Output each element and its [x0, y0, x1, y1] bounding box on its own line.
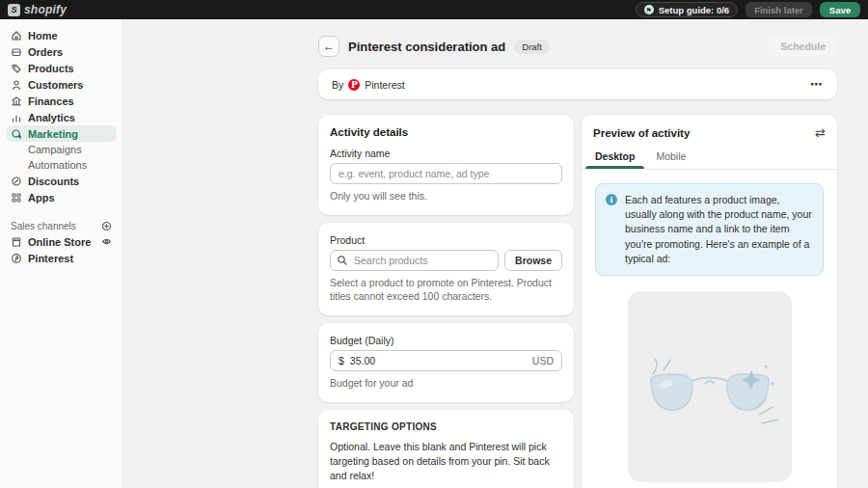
setup-guide-button[interactable]: ⚑ Setup guide: 0/6	[636, 2, 738, 17]
page-header: ← Pinterest consideration ad Draft Sched…	[318, 35, 837, 58]
currency-prefix: $	[339, 355, 344, 366]
byline-name: Pinterest	[365, 79, 404, 91]
shopify-bag-icon: S	[8, 4, 20, 16]
product-label: Product	[330, 234, 562, 246]
sunglasses-illustration	[628, 291, 792, 482]
products-icon	[11, 63, 22, 74]
product-card: Product Browse Select a product to promo…	[318, 223, 574, 315]
sidebar-item-products[interactable]: Products	[6, 60, 117, 76]
sidebar-item-customers[interactable]: Customers	[6, 76, 117, 93]
sidebar: Home Orders Products Customers Finances …	[0, 19, 123, 488]
tab-desktop[interactable]: Desktop	[593, 147, 637, 169]
activity-details-heading: Activity details	[330, 126, 562, 138]
sidebar-item-apps[interactable]: Apps	[6, 189, 117, 205]
finances-icon	[11, 95, 22, 107]
shopify-wordmark: shopify	[24, 3, 67, 16]
page-title: Pinterest consideration ad	[348, 40, 505, 54]
customers-icon	[11, 79, 22, 91]
view-store-eye-icon[interactable]	[101, 236, 112, 247]
activity-name-label: Activity name	[330, 148, 562, 159]
sidebar-item-analytics[interactable]: Analytics	[6, 109, 117, 125]
pinterest-logo-icon: P	[348, 79, 360, 91]
info-icon: i	[606, 194, 617, 205]
topbar: S shopify ⚑ Setup guide: 0/6 Finish late…	[0, 0, 868, 19]
sales-channels-header: Sales channels	[6, 219, 117, 233]
sidebar-item-home[interactable]: Home	[6, 27, 117, 43]
sidebar-item-automations[interactable]: Automations	[6, 157, 117, 173]
activity-name-input[interactable]	[330, 163, 562, 184]
search-icon	[337, 255, 348, 266]
schedule-button[interactable]: Schedule	[769, 36, 837, 57]
save-button[interactable]: Save	[820, 2, 860, 17]
budget-label: Budget (Daily)	[330, 335, 562, 346]
info-banner: i Each ad features a product image, usua…	[595, 183, 824, 276]
back-button[interactable]: ←	[318, 36, 339, 57]
home-icon	[11, 30, 22, 41]
byline-prefix: By	[332, 79, 343, 91]
preview-heading: Preview of activity	[593, 127, 690, 139]
browse-button[interactable]: Browse	[504, 250, 562, 271]
budget-card: Budget (Daily) $ USD Budget for your ad	[318, 323, 574, 402]
more-actions-icon[interactable]: ⋯	[810, 77, 824, 92]
activity-details-card: Activity details Activity name Only you …	[318, 115, 574, 215]
marketing-icon	[11, 128, 22, 140]
product-search-input[interactable]	[330, 250, 499, 271]
flag-icon: ⚑	[644, 5, 654, 14]
swap-preview-icon[interactable]: ⇄	[815, 126, 826, 139]
analytics-icon	[11, 112, 22, 123]
sidebar-item-campaigns[interactable]: Campaigns	[6, 142, 117, 157]
tab-mobile[interactable]: Mobile	[654, 147, 688, 169]
info-text: Each ad features a product image, usuall…	[625, 193, 813, 266]
apps-icon	[11, 192, 22, 203]
product-helper: Select a product to promote on Pinterest…	[330, 276, 562, 304]
currency-suffix: USD	[532, 355, 554, 366]
preview-card: Preview of activity ⇄ Desktop Mobile i E…	[582, 115, 837, 488]
discounts-icon	[11, 176, 22, 187]
finish-later-button[interactable]: Finish later	[746, 2, 812, 17]
sidebar-item-online-store[interactable]: Online Store	[6, 233, 117, 250]
targeting-heading: TARGETING OPTIONS	[330, 421, 562, 432]
setup-guide-label: Setup guide: 0/6	[659, 5, 729, 15]
shopify-logo[interactable]: S shopify	[8, 3, 67, 16]
back-arrow-icon: ←	[323, 40, 335, 53]
pinterest-channel-icon	[11, 253, 22, 264]
ad-product-image	[628, 291, 792, 482]
targeting-card: TARGETING OPTIONS Optional. Leave this b…	[318, 410, 574, 488]
main-area: ← Pinterest consideration ad Draft Sched…	[124, 19, 868, 488]
byline-card: By P Pinterest ⋯	[318, 69, 837, 99]
sidebar-item-pinterest[interactable]: Pinterest	[6, 250, 117, 266]
sidebar-item-finances[interactable]: Finances	[6, 93, 117, 109]
orders-icon	[11, 46, 22, 58]
sidebar-item-discounts[interactable]: Discounts	[6, 173, 117, 189]
budget-input-group: $ USD	[330, 350, 562, 371]
budget-helper: Budget for your ad	[330, 376, 562, 391]
sidebar-item-orders[interactable]: Orders	[6, 43, 117, 60]
sidebar-item-marketing[interactable]: Marketing	[6, 125, 117, 142]
targeting-description: Optional. Leave this blank and Pinterest…	[330, 440, 562, 484]
storefront-icon	[11, 236, 22, 248]
preview-tabs: Desktop Mobile	[582, 147, 837, 170]
budget-input[interactable]	[350, 355, 532, 366]
status-badge: Draft	[514, 40, 550, 54]
add-sales-channel-icon[interactable]	[101, 221, 112, 231]
ad-preview: ↗ Your product title here Promoted by	[628, 291, 792, 488]
activity-name-helper: Only you will see this.	[330, 189, 562, 203]
